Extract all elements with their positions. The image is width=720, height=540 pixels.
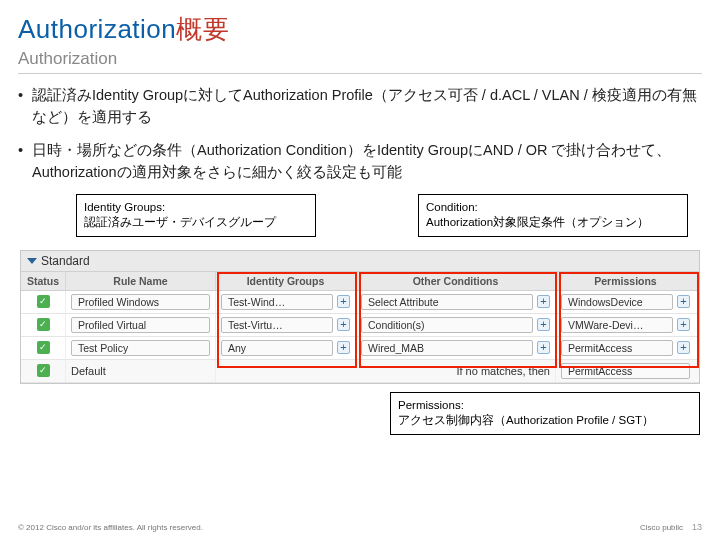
page-number: 13 <box>692 522 702 532</box>
add-icon[interactable]: + <box>337 341 350 354</box>
col-rulename: Rule Name <box>65 272 215 290</box>
default-row: Default If no matches, then PermitAccess <box>21 360 699 383</box>
bullet-item: 認証済みIdentity Groupに対してAuthorization Prof… <box>18 84 702 129</box>
title-jp: 概要 <box>176 14 229 44</box>
column-headers: Status Rule Name Identity Groups Other C… <box>21 272 699 291</box>
callout-text: アクセス制御内容（Authorization Profile / SGT） <box>398 413 692 429</box>
lower-callouts: Permissions: アクセス制御内容（Authorization Prof… <box>18 392 702 442</box>
add-icon[interactable]: + <box>677 295 690 308</box>
check-icon[interactable] <box>37 341 50 354</box>
slide-title: Authorization概要 <box>18 12 702 47</box>
add-icon[interactable]: + <box>537 295 550 308</box>
default-permission[interactable]: PermitAccess <box>561 363 690 379</box>
check-icon[interactable] <box>37 318 50 331</box>
check-icon[interactable] <box>37 295 50 308</box>
col-conditions: Other Conditions <box>355 272 555 290</box>
col-status: Status <box>21 272 65 290</box>
callout-permissions: Permissions: アクセス制御内容（Authorization Prof… <box>390 392 700 435</box>
panel-title: Standard <box>41 254 90 268</box>
add-icon[interactable]: + <box>337 318 350 331</box>
panel-header[interactable]: Standard <box>21 251 699 272</box>
condition-select[interactable]: Wired_MAB <box>361 340 533 356</box>
bullet-list: 認証済みIdentity Groupに対してAuthorization Prof… <box>18 84 702 184</box>
default-text: If no matches, then <box>456 365 550 377</box>
condition-select[interactable]: Condition(s) <box>361 317 533 333</box>
bullet-item: 日時・場所などの条件（Authorization Condition）をIden… <box>18 139 702 184</box>
default-label: Default <box>71 365 106 377</box>
callout-heading: Condition: <box>426 200 680 216</box>
copyright-text: © 2012 Cisco and/or its affiliates. All … <box>18 523 203 532</box>
authorization-policy-panel: Standard Status Rule Name Identity Group… <box>20 250 700 384</box>
rule-name-field[interactable]: Profiled Windows <box>71 294 210 310</box>
table-row: Profiled Virtual Test-Virtu…+ Condition(… <box>21 314 699 337</box>
col-permissions: Permissions <box>555 272 695 290</box>
identity-group-select[interactable]: Test-Virtu… <box>221 317 333 333</box>
callout-heading: Permissions: <box>398 398 692 414</box>
callout-text: 認証済みユーザ・デバイスグループ <box>84 215 308 231</box>
add-icon[interactable]: + <box>537 318 550 331</box>
collapse-icon[interactable] <box>27 258 37 264</box>
rule-name-field[interactable]: Test Policy <box>71 340 210 356</box>
classification-text: Cisco public <box>640 523 683 532</box>
add-icon[interactable]: + <box>337 295 350 308</box>
check-icon[interactable] <box>37 364 50 377</box>
slide-subtitle: Authorization <box>18 49 702 74</box>
permission-select[interactable]: VMWare-Devi… <box>561 317 673 333</box>
callout-condition: Condition: Authorization対象限定条件（オプション） <box>418 194 688 237</box>
add-icon[interactable]: + <box>537 341 550 354</box>
add-icon[interactable]: + <box>677 318 690 331</box>
identity-group-select[interactable]: Test-Wind… <box>221 294 333 310</box>
slide-footer: © 2012 Cisco and/or its affiliates. All … <box>18 522 702 532</box>
permission-select[interactable]: WindowsDevice <box>561 294 673 310</box>
table-row: Profiled Windows Test-Wind…+ Select Attr… <box>21 291 699 314</box>
rule-name-field[interactable]: Profiled Virtual <box>71 317 210 333</box>
condition-select[interactable]: Select Attribute <box>361 294 533 310</box>
upper-callouts: Identity Groups: 認証済みユーザ・デバイスグループ Condit… <box>18 194 702 244</box>
permission-select[interactable]: PermitAccess <box>561 340 673 356</box>
callout-heading: Identity Groups: <box>84 200 308 216</box>
callout-identity-groups: Identity Groups: 認証済みユーザ・デバイスグループ <box>76 194 316 237</box>
title-en: Authorization <box>18 14 176 44</box>
table-row: Test Policy Any+ Wired_MAB+ PermitAccess… <box>21 337 699 360</box>
col-groups: Identity Groups <box>215 272 355 290</box>
identity-group-select[interactable]: Any <box>221 340 333 356</box>
callout-text: Authorization対象限定条件（オプション） <box>426 215 680 231</box>
add-icon[interactable]: + <box>677 341 690 354</box>
table-wrap: Status Rule Name Identity Groups Other C… <box>21 272 699 360</box>
